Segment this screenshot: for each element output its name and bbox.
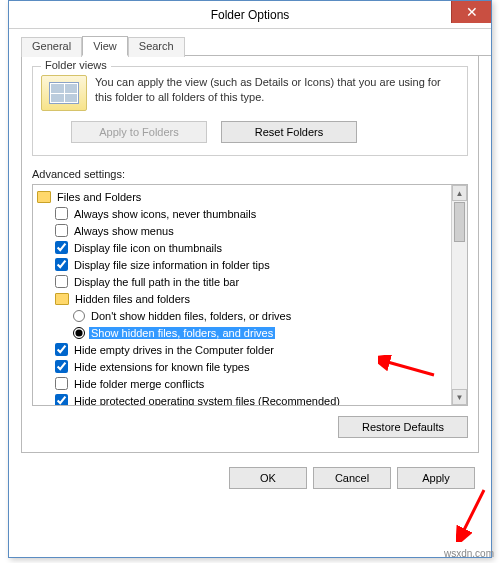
tree-item-label: Display file icon on thumbnails [72,242,224,254]
apply-button[interactable]: Apply [397,467,475,489]
restore-defaults-button[interactable]: Restore Defaults [338,416,468,438]
close-button[interactable]: ✕ [451,1,491,23]
reset-folders-button[interactable]: Reset Folders [221,121,357,143]
tree-root[interactable]: Files and Folders [37,188,449,205]
tree-item-label: Hide protected operating system files (R… [72,395,342,406]
folder-views-icon [41,75,87,111]
tab-search[interactable]: Search [128,37,185,57]
tree-checkbox[interactable] [55,207,68,220]
apply-to-folders-button[interactable]: Apply to Folders [71,121,207,143]
tree-item-label: Hidden files and folders [73,293,192,305]
tree-item-1[interactable]: Always show menus [37,222,449,239]
tree-checkbox[interactable] [55,343,68,356]
folder-icon [55,293,69,305]
tree-checkbox[interactable] [55,275,68,288]
folder-views-buttons: Apply to Folders Reset Folders [71,121,459,143]
tree-item-8[interactable]: Hide empty drives in the Computer folder [37,341,449,358]
scroll-up-button[interactable]: ▲ [452,185,467,201]
folder-views-group: Folder views You can apply the view (suc… [32,66,468,156]
tree-item-label: Display the full path in the title bar [72,276,241,288]
tree-checkbox[interactable] [55,394,68,405]
tree-item-7[interactable]: Show hidden files, folders, and drives [37,324,449,341]
folder-views-row: You can apply the view (such as Details … [41,75,459,111]
tab-strip: General View Search [21,35,491,56]
tree-root-label: Files and Folders [55,191,143,203]
window-title: Folder Options [9,8,491,22]
folder-views-description: You can apply the view (such as Details … [95,75,459,111]
close-icon: ✕ [466,4,478,20]
scroll-thumb[interactable] [454,202,465,242]
tree-item-label: Hide folder merge conflicts [72,378,206,390]
tree-item-5[interactable]: Hidden files and folders [37,290,449,307]
dialog-buttons: OK Cancel Apply [9,467,475,489]
tree-radio[interactable] [73,310,85,322]
tree-item-label: Always show icons, never thumbnails [72,208,258,220]
folder-options-window: Folder Options ✕ General View Search Fol… [8,0,492,558]
tab-body-view: Folder views You can apply the view (suc… [21,56,479,453]
tree-item-label: Display file size information in folder … [72,259,272,271]
cancel-button[interactable]: Cancel [313,467,391,489]
tree-checkbox[interactable] [55,258,68,271]
tree-item-10[interactable]: Hide folder merge conflicts [37,375,449,392]
ok-button[interactable]: OK [229,467,307,489]
folder-icon [37,191,51,203]
advanced-settings-tree[interactable]: Files and FoldersAlways show icons, neve… [32,184,468,406]
tab-general[interactable]: General [21,37,82,57]
tree-checkbox[interactable] [55,377,68,390]
tree-item-label: Hide empty drives in the Computer folder [72,344,276,356]
tree-checkbox[interactable] [55,224,68,237]
folder-views-label: Folder views [41,59,111,71]
watermark: wsxdn.com [444,548,494,559]
scroll-down-button[interactable]: ▼ [452,389,467,405]
tree-item-4[interactable]: Display the full path in the title bar [37,273,449,290]
tree-item-label: Show hidden files, folders, and drives [89,327,275,339]
tree-item-label: Always show menus [72,225,176,237]
tree-item-11[interactable]: Hide protected operating system files (R… [37,392,449,405]
tree-item-0[interactable]: Always show icons, never thumbnails [37,205,449,222]
tree-checkbox[interactable] [55,241,68,254]
client-area: General View Search Folder views You can… [9,35,491,489]
tab-view[interactable]: View [82,36,128,56]
scrollbar-vertical[interactable]: ▲ ▼ [451,185,467,405]
tree-item-label: Don't show hidden files, folders, or dri… [89,310,293,322]
titlebar[interactable]: Folder Options ✕ [9,1,491,29]
tree-checkbox[interactable] [55,360,68,373]
tree-item-2[interactable]: Display file icon on thumbnails [37,239,449,256]
tree-item-6[interactable]: Don't show hidden files, folders, or dri… [37,307,449,324]
tree-item-9[interactable]: Hide extensions for known file types [37,358,449,375]
tree-item-3[interactable]: Display file size information in folder … [37,256,449,273]
tree-radio[interactable] [73,327,85,339]
tree-item-label: Hide extensions for known file types [72,361,251,373]
advanced-settings-label: Advanced settings: [32,168,468,180]
